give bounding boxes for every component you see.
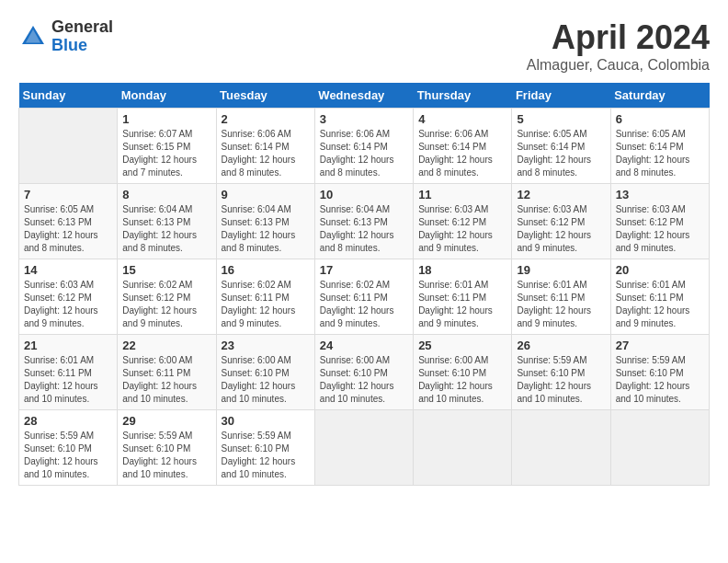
table-row: 26 Sunrise: 5:59 AMSunset: 6:10 PMDaylig… [512,335,610,410]
table-row: 3 Sunrise: 6:06 AMSunset: 6:14 PMDayligh… [314,109,413,184]
calendar-week-row: 1 Sunrise: 6:07 AMSunset: 6:15 PMDayligh… [19,109,710,184]
table-row [610,410,709,486]
day-number: 30 [222,414,310,428]
day-number: 24 [320,339,408,352]
calendar-week-row: 28 Sunrise: 5:59 AMSunset: 6:10 PMDaylig… [19,410,710,486]
day-number: 22 [122,339,210,352]
table-row: 28 Sunrise: 5:59 AMSunset: 6:10 PMDaylig… [19,410,118,486]
table-row: 1 Sunrise: 6:07 AMSunset: 6:15 PMDayligh… [118,109,216,184]
logo-icon [18,22,48,52]
day-number: 28 [24,414,112,428]
calendar-week-row: 7 Sunrise: 6:05 AMSunset: 6:13 PMDayligh… [19,184,710,259]
day-info: Sunrise: 6:06 AMSunset: 6:14 PMDaylight:… [418,128,506,179]
day-number: 13 [616,188,704,201]
day-info: Sunrise: 5:59 AMSunset: 6:10 PMDaylight:… [24,430,112,481]
page-header: General Blue April 2024 Almaguer, Cauca,… [18,18,710,74]
day-number: 20 [616,263,704,277]
day-number: 1 [122,112,210,126]
day-info: Sunrise: 6:00 AMSunset: 6:10 PMDaylight:… [222,354,310,406]
day-info: Sunrise: 6:04 AMSunset: 6:13 PMDaylight:… [320,203,408,255]
table-row: 15 Sunrise: 6:02 AMSunset: 6:12 PMDaylig… [118,259,216,335]
day-info: Sunrise: 6:07 AMSunset: 6:15 PMDaylight:… [122,128,210,179]
table-row: 30 Sunrise: 5:59 AMSunset: 6:10 PMDaylig… [216,410,314,486]
day-info: Sunrise: 6:06 AMSunset: 6:14 PMDaylight:… [320,128,408,179]
day-info: Sunrise: 6:00 AMSunset: 6:11 PMDaylight:… [122,354,210,406]
day-info: Sunrise: 6:00 AMSunset: 6:10 PMDaylight:… [320,354,408,406]
day-number: 9 [222,188,310,201]
day-info: Sunrise: 6:05 AMSunset: 6:13 PMDaylight:… [24,203,112,255]
day-number: 17 [320,263,408,277]
day-info: Sunrise: 5:59 AMSunset: 6:10 PMDaylight:… [122,430,210,481]
day-number: 15 [122,263,210,277]
table-row: 27 Sunrise: 5:59 AMSunset: 6:10 PMDaylig… [610,335,709,410]
day-info: Sunrise: 6:02 AMSunset: 6:12 PMDaylight:… [122,279,210,330]
day-number: 12 [517,188,605,201]
day-number: 18 [418,263,506,277]
day-info: Sunrise: 6:04 AMSunset: 6:13 PMDaylight:… [222,203,310,255]
day-info: Sunrise: 6:05 AMSunset: 6:14 PMDaylight:… [616,128,704,179]
day-number: 25 [418,339,506,352]
calendar-table: Sunday Monday Tuesday Wednesday Thursday… [18,83,710,486]
day-info: Sunrise: 6:03 AMSunset: 6:12 PMDaylight:… [24,279,112,330]
day-info: Sunrise: 5:59 AMSunset: 6:10 PMDaylight:… [517,354,605,406]
table-row [19,109,118,184]
logo: General Blue [18,18,113,55]
header-saturday: Saturday [610,83,709,109]
header-tuesday: Tuesday [216,83,314,109]
table-row: 14 Sunrise: 6:03 AMSunset: 6:12 PMDaylig… [19,259,118,335]
table-row: 13 Sunrise: 6:03 AMSunset: 6:12 PMDaylig… [610,184,709,259]
calendar-header-row: Sunday Monday Tuesday Wednesday Thursday… [19,83,710,109]
day-info: Sunrise: 6:03 AMSunset: 6:12 PMDaylight:… [418,203,506,255]
day-number: 27 [616,339,704,352]
calendar-week-row: 14 Sunrise: 6:03 AMSunset: 6:12 PMDaylig… [19,259,710,335]
table-row: 22 Sunrise: 6:00 AMSunset: 6:11 PMDaylig… [118,335,216,410]
table-row [314,410,413,486]
table-row: 16 Sunrise: 6:02 AMSunset: 6:11 PMDaylig… [216,259,314,335]
day-number: 26 [517,339,605,352]
table-row: 29 Sunrise: 5:59 AMSunset: 6:10 PMDaylig… [118,410,216,486]
day-number: 21 [24,339,112,352]
header-wednesday: Wednesday [314,83,413,109]
day-info: Sunrise: 6:06 AMSunset: 6:14 PMDaylight:… [222,128,310,179]
table-row: 12 Sunrise: 6:03 AMSunset: 6:12 PMDaylig… [512,184,610,259]
logo-general-text: General [51,18,113,37]
day-number: 7 [24,188,112,201]
table-row: 11 Sunrise: 6:03 AMSunset: 6:12 PMDaylig… [414,184,512,259]
day-info: Sunrise: 5:59 AMSunset: 6:10 PMDaylight:… [222,430,310,481]
table-row [414,410,512,486]
day-info: Sunrise: 6:02 AMSunset: 6:11 PMDaylight:… [222,279,310,330]
table-row: 19 Sunrise: 6:01 AMSunset: 6:11 PMDaylig… [512,259,610,335]
table-row: 17 Sunrise: 6:02 AMSunset: 6:11 PMDaylig… [314,259,413,335]
table-row: 5 Sunrise: 6:05 AMSunset: 6:14 PMDayligh… [512,109,610,184]
day-number: 23 [222,339,310,352]
day-info: Sunrise: 6:05 AMSunset: 6:14 PMDaylight:… [517,128,605,179]
table-row: 21 Sunrise: 6:01 AMSunset: 6:11 PMDaylig… [19,335,118,410]
day-number: 19 [517,263,605,277]
day-info: Sunrise: 6:01 AMSunset: 6:11 PMDaylight:… [517,279,605,330]
table-row: 6 Sunrise: 6:05 AMSunset: 6:14 PMDayligh… [610,109,709,184]
table-row [512,410,610,486]
table-row: 4 Sunrise: 6:06 AMSunset: 6:14 PMDayligh… [414,109,512,184]
table-row: 10 Sunrise: 6:04 AMSunset: 6:13 PMDaylig… [314,184,413,259]
table-row: 18 Sunrise: 6:01 AMSunset: 6:11 PMDaylig… [414,259,512,335]
day-number: 2 [222,112,310,126]
table-row: 24 Sunrise: 6:00 AMSunset: 6:10 PMDaylig… [314,335,413,410]
header-friday: Friday [512,83,610,109]
day-info: Sunrise: 6:02 AMSunset: 6:11 PMDaylight:… [320,279,408,330]
day-number: 4 [418,112,506,126]
day-number: 6 [616,112,704,126]
day-number: 14 [24,263,112,277]
day-info: Sunrise: 5:59 AMSunset: 6:10 PMDaylight:… [616,354,704,406]
table-row: 8 Sunrise: 6:04 AMSunset: 6:13 PMDayligh… [118,184,216,259]
day-info: Sunrise: 6:03 AMSunset: 6:12 PMDaylight:… [517,203,605,255]
table-row: 23 Sunrise: 6:00 AMSunset: 6:10 PMDaylig… [216,335,314,410]
day-number: 16 [222,263,310,277]
day-number: 5 [517,112,605,126]
header-monday: Monday [118,83,216,109]
table-row: 25 Sunrise: 6:00 AMSunset: 6:10 PMDaylig… [414,335,512,410]
table-row: 20 Sunrise: 6:01 AMSunset: 6:11 PMDaylig… [610,259,709,335]
day-info: Sunrise: 6:00 AMSunset: 6:10 PMDaylight:… [418,354,506,406]
table-row: 7 Sunrise: 6:05 AMSunset: 6:13 PMDayligh… [19,184,118,259]
header-sunday: Sunday [19,83,118,109]
day-info: Sunrise: 6:01 AMSunset: 6:11 PMDaylight:… [24,354,112,406]
